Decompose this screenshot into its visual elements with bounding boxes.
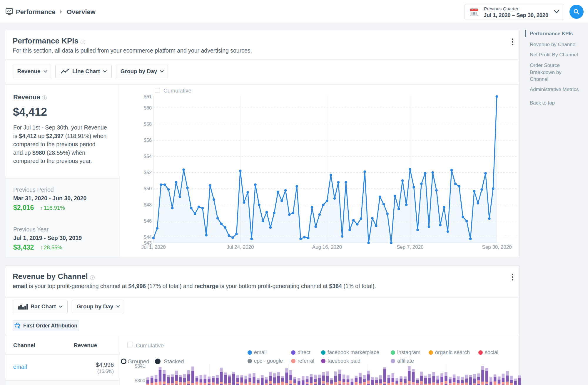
svg-text:$300: $300 — [135, 378, 145, 383]
